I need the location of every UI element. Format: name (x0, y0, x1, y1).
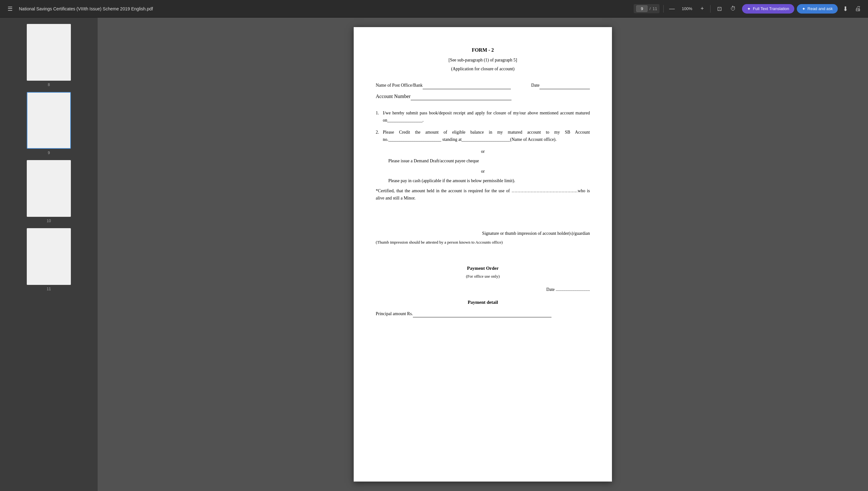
field-row-office-date: Name of Post Office/Bank Date (376, 82, 590, 89)
para1-text: I/we hereby submit pass book/deposit rec… (383, 110, 590, 124)
zoom-out-button[interactable]: — (668, 5, 676, 12)
payment-date: Date ............................... (376, 286, 590, 293)
sidebar-page-num-10: 10 (46, 219, 51, 223)
field-date: Date (531, 82, 590, 89)
sidebar-page-9[interactable]: 9 (27, 92, 71, 155)
thumb-note: (Thumb impression should be attested by … (376, 239, 590, 246)
para2-text: Please Credit the amount of eligible bal… (383, 129, 590, 143)
printer-icon: 🖨 (855, 5, 861, 12)
payment-order-sub: (For office use only) (376, 273, 590, 280)
principal-label: Principal amount Rs. (376, 311, 413, 317)
field-post-office-label: Name of Post Office/Bank (376, 82, 423, 89)
spacer-2 (376, 255, 590, 264)
fit-page-button[interactable]: ⊡ (714, 4, 724, 14)
payment-order-title: Payment Order (376, 264, 590, 272)
sidebar-page-num-8: 8 (48, 83, 50, 87)
page-thumbnail-10[interactable] (27, 160, 71, 217)
spacer-1 (376, 208, 590, 218)
paragraph-2: 2. Please Credit the amount of eligible … (376, 129, 590, 143)
page-separator: / (649, 6, 651, 11)
divider-2 (710, 5, 711, 12)
read-and-ask-button[interactable]: ✦ Read and ask (797, 4, 838, 13)
menu-icon[interactable]: ☰ (5, 4, 15, 14)
document-page: FORM - 2 [See sub-paragraph (1) of parag… (354, 27, 612, 482)
history-button[interactable]: ⏱ (728, 4, 738, 14)
document-title: National Savings Certificates (VIIIth Is… (19, 6, 630, 11)
principal-underline (413, 312, 552, 317)
page-navigation: / 11 (634, 4, 659, 13)
demand-draft-text: Please issue a Demand Draft/account paye… (388, 157, 590, 165)
date-underline (539, 84, 590, 89)
or-separator-2: or (376, 168, 590, 175)
sidebar-page-11[interactable]: 11 (27, 228, 71, 291)
hamburger-icon: ☰ (7, 5, 12, 12)
divider-1 (663, 5, 663, 12)
form-title: FORM - 2 (376, 46, 590, 54)
plus-icon: + (701, 5, 704, 12)
payment-detail-title: Payment detail (376, 298, 590, 306)
field-account-label: Account Number (376, 92, 411, 100)
account-underline (411, 94, 512, 100)
fit-icon: ⊡ (717, 5, 722, 12)
sidebar-page-num-9: 9 (48, 151, 50, 155)
read-ask-label: Read and ask (808, 6, 833, 11)
translation-icon: ✦ (747, 6, 751, 11)
toolbar: ☰ National Savings Certificates (VIIIth … (0, 0, 868, 18)
sidebar-page-10[interactable]: 10 (27, 160, 71, 223)
page-thumbnail-8[interactable] (27, 24, 71, 81)
toolbar-right-section: ✦ Full Text Translation ✦ Read and ask ⬇… (742, 4, 863, 14)
page-thumbnail-9[interactable] (27, 92, 71, 149)
download-button[interactable]: ⬇ (840, 4, 850, 14)
sidebar-page-num-11: 11 (46, 287, 51, 291)
minus-icon: — (669, 5, 675, 12)
form-subtitle2: (Application for closure of account) (376, 65, 590, 73)
principal-amount: Principal amount Rs. (376, 311, 590, 317)
print-button[interactable]: 🖨 (853, 4, 863, 14)
field-date-label: Date (531, 82, 539, 89)
page-thumbnail-11[interactable] (27, 228, 71, 285)
certified-text: *Certified, that the amount held in the … (376, 187, 590, 202)
page-number-input[interactable] (636, 5, 648, 12)
read-ask-icon: ✦ (802, 6, 806, 11)
post-office-underline (423, 84, 511, 89)
para2-num: 2. (376, 129, 379, 143)
signature-text: Signature or thumb impression of account… (376, 230, 590, 237)
translation-label: Full Text Translation (753, 6, 789, 11)
total-pages: 11 (653, 6, 657, 11)
field-account-number: Account Number (376, 92, 590, 100)
or-separator-1: or (376, 148, 590, 155)
sidebar-page-8[interactable]: 8 (27, 24, 71, 87)
main-area: 8 9 10 11 FORM - 2 [See sub-paragraph (1… (0, 18, 868, 491)
download-icon: ⬇ (843, 5, 848, 12)
zoom-in-button[interactable]: + (698, 5, 707, 12)
paragraph-1: 1. I/we hereby submit pass book/deposit … (376, 110, 590, 124)
zoom-level: 100% (680, 6, 694, 11)
history-icon: ⏱ (731, 5, 736, 12)
cash-text: Please pay in cash (applicable if the am… (388, 177, 590, 184)
field-post-office: Name of Post Office/Bank (376, 82, 511, 89)
form-subtitle1: [See sub-paragraph (1) of paragraph 5] (376, 57, 590, 64)
full-text-translation-button[interactable]: ✦ Full Text Translation (742, 4, 794, 13)
sidebar: 8 9 10 11 (0, 18, 98, 491)
para1-num: 1. (376, 110, 379, 124)
document-viewer: FORM - 2 [See sub-paragraph (1) of parag… (98, 18, 868, 491)
